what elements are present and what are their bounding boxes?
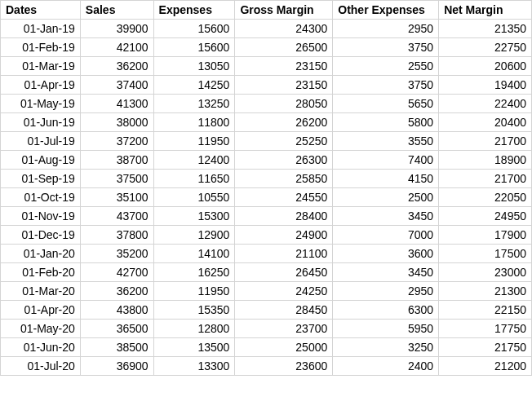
cell-net-margin: 21350	[439, 20, 532, 38]
financial-table: Dates Sales Expenses Gross Margin Other …	[0, 0, 532, 376]
cell-net-margin: 21750	[439, 338, 532, 357]
table-row: 01-Oct-19351001055024550250022050	[1, 188, 532, 207]
cell-net-margin: 20400	[439, 113, 532, 132]
table-row: 01-Feb-19421001560026500375022750	[1, 38, 532, 57]
cell-gross-margin: 23150	[235, 76, 333, 95]
cell-other-expenses: 2500	[333, 188, 439, 207]
cell-date: 01-Jun-20	[1, 338, 81, 357]
cell-expenses: 11950	[153, 282, 235, 301]
cell-sales: 37800	[80, 226, 153, 245]
cell-other-expenses: 3450	[333, 207, 439, 226]
header-gross-margin: Gross Margin	[235, 1, 333, 20]
cell-expenses: 15600	[153, 20, 235, 38]
cell-net-margin: 22750	[439, 38, 532, 57]
cell-date: 01-Jul-19	[1, 132, 81, 151]
cell-gross-margin: 24900	[235, 226, 333, 245]
cell-gross-margin: 26200	[235, 113, 333, 132]
cell-expenses: 13250	[153, 95, 235, 113]
cell-sales: 42700	[80, 263, 153, 282]
cell-other-expenses: 2950	[333, 282, 439, 301]
table-row: 01-May-19413001325028050565022400	[1, 95, 532, 113]
cell-date: 01-May-19	[1, 95, 81, 113]
cell-sales: 38000	[80, 113, 153, 132]
cell-sales: 38500	[80, 338, 153, 357]
cell-sales: 41300	[80, 95, 153, 113]
table-row: 01-May-20365001280023700595017750	[1, 320, 532, 338]
cell-net-margin: 17750	[439, 320, 532, 338]
cell-other-expenses: 4150	[333, 170, 439, 188]
table-row: 01-Nov-19437001530028400345024950	[1, 207, 532, 226]
cell-date: 01-Jun-19	[1, 113, 81, 132]
cell-sales: 35200	[80, 245, 153, 263]
header-dates: Dates	[1, 1, 81, 20]
cell-expenses: 11800	[153, 113, 235, 132]
cell-expenses: 12900	[153, 226, 235, 245]
cell-net-margin: 22400	[439, 95, 532, 113]
cell-gross-margin: 24300	[235, 20, 333, 38]
table-row: 01-Jul-20369001330023600240021200	[1, 357, 532, 376]
cell-other-expenses: 2950	[333, 20, 439, 38]
cell-expenses: 13500	[153, 338, 235, 357]
cell-gross-margin: 23700	[235, 320, 333, 338]
cell-gross-margin: 28050	[235, 95, 333, 113]
table-row: 01-Dec-19378001290024900700017900	[1, 226, 532, 245]
cell-date: 01-Oct-19	[1, 188, 81, 207]
cell-gross-margin: 25250	[235, 132, 333, 151]
cell-sales: 37200	[80, 132, 153, 151]
table-row: 01-Sep-19375001165025850415021700	[1, 170, 532, 188]
cell-expenses: 10550	[153, 188, 235, 207]
cell-date: 01-Mar-19	[1, 57, 81, 76]
cell-date: 01-Mar-20	[1, 282, 81, 301]
cell-other-expenses: 7400	[333, 151, 439, 170]
cell-other-expenses: 7000	[333, 226, 439, 245]
cell-sales: 36500	[80, 320, 153, 338]
cell-expenses: 15350	[153, 301, 235, 320]
cell-net-margin: 19400	[439, 76, 532, 95]
table-row: 01-Jun-20385001350025000325021750	[1, 338, 532, 357]
cell-other-expenses: 3750	[333, 38, 439, 57]
cell-net-margin: 17500	[439, 245, 532, 263]
cell-sales: 37400	[80, 76, 153, 95]
header-sales: Sales	[80, 1, 153, 20]
cell-sales: 37500	[80, 170, 153, 188]
cell-expenses: 11950	[153, 132, 235, 151]
cell-date: 01-Feb-20	[1, 263, 81, 282]
cell-net-margin: 24950	[439, 207, 532, 226]
cell-net-margin: 18900	[439, 151, 532, 170]
cell-other-expenses: 3550	[333, 132, 439, 151]
cell-expenses: 14250	[153, 76, 235, 95]
cell-net-margin: 22050	[439, 188, 532, 207]
cell-other-expenses: 2400	[333, 357, 439, 376]
cell-other-expenses: 2550	[333, 57, 439, 76]
cell-net-margin: 23000	[439, 263, 532, 282]
cell-date: 01-Apr-19	[1, 76, 81, 95]
cell-net-margin: 20600	[439, 57, 532, 76]
cell-sales: 36200	[80, 57, 153, 76]
cell-date: 01-Feb-19	[1, 38, 81, 57]
cell-net-margin: 21300	[439, 282, 532, 301]
cell-sales: 43800	[80, 301, 153, 320]
cell-gross-margin: 26450	[235, 263, 333, 282]
cell-gross-margin: 23150	[235, 57, 333, 76]
table-row: 01-Mar-19362001305023150255020600	[1, 57, 532, 76]
cell-expenses: 12400	[153, 151, 235, 170]
cell-other-expenses: 3450	[333, 263, 439, 282]
table-row: 01-Feb-20427001625026450345023000	[1, 263, 532, 282]
table-row: 01-Mar-20362001195024250295021300	[1, 282, 532, 301]
header-other-expenses: Other Expenses	[333, 1, 439, 20]
header-row: Dates Sales Expenses Gross Margin Other …	[1, 1, 532, 20]
cell-gross-margin: 25000	[235, 338, 333, 357]
cell-expenses: 13300	[153, 357, 235, 376]
cell-date: 01-Aug-19	[1, 151, 81, 170]
cell-sales: 35100	[80, 188, 153, 207]
table-row: 01-Jun-19380001180026200580020400	[1, 113, 532, 132]
cell-gross-margin: 24250	[235, 282, 333, 301]
cell-other-expenses: 5800	[333, 113, 439, 132]
cell-date: 01-May-20	[1, 320, 81, 338]
cell-other-expenses: 3600	[333, 245, 439, 263]
cell-net-margin: 22150	[439, 301, 532, 320]
table-row: 01-Jul-19372001195025250355021700	[1, 132, 532, 151]
cell-gross-margin: 28400	[235, 207, 333, 226]
cell-expenses: 15300	[153, 207, 235, 226]
cell-gross-margin: 23600	[235, 357, 333, 376]
